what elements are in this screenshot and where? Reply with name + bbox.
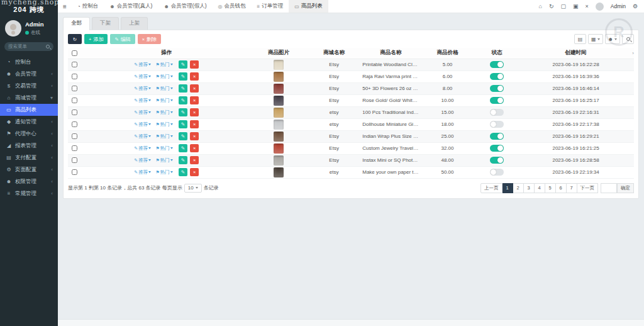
row-checkbox[interactable] [72, 110, 77, 115]
row-delete-button[interactable]: × [190, 108, 199, 116]
sidebar-item[interactable]: ☻ 权限管理 ‹ [0, 176, 58, 188]
status-toggle[interactable] [490, 121, 504, 128]
row-edit-button[interactable]: ✎ [179, 132, 187, 140]
status-toggle[interactable] [490, 85, 504, 92]
row-delete-button[interactable]: × [190, 72, 199, 81]
product-thumbnail[interactable] [274, 155, 284, 166]
row-delete-button[interactable]: × [190, 132, 199, 140]
page-jump-go-button[interactable]: 确定 [617, 183, 634, 193]
row-edit-button[interactable]: ✎ [179, 96, 187, 104]
avatar[interactable] [5, 20, 21, 37]
column-header-price[interactable]: 商品价格 [419, 48, 475, 59]
sidebar-item[interactable]: $ 交易管理 ‹ [0, 80, 58, 92]
status-toggle[interactable] [490, 157, 504, 164]
row-checkbox[interactable] [72, 169, 77, 175]
filter-tab[interactable]: 下架 [92, 17, 119, 30]
column-header-image[interactable]: 商品图片 [252, 48, 306, 59]
product-thumbnail[interactable] [274, 84, 284, 94]
sidebar-item[interactable]: ☻ 会员管理 ‹ [0, 68, 58, 80]
sidebar-item[interactable]: ◢ 报表管理 ‹ [0, 140, 58, 152]
row-edit-button[interactable]: ✎ [179, 144, 187, 152]
sidebar-item[interactable]: ⌂ 商城管理 ▾ [0, 92, 58, 104]
status-toggle[interactable] [490, 73, 504, 80]
search-toggle-button[interactable] [622, 34, 634, 44]
hot-link[interactable]: ⚑热门 [155, 133, 172, 139]
row-checkbox[interactable] [72, 74, 77, 79]
product-thumbnail[interactable] [274, 72, 284, 82]
page-button[interactable]: 7 [567, 183, 577, 193]
column-header-status[interactable]: 状态 [476, 48, 518, 59]
avatar[interactable] [596, 3, 604, 11]
column-header-shop[interactable]: 商城名称 [306, 48, 362, 59]
columns-button[interactable]: ▦ [588, 34, 603, 44]
row-checkbox[interactable] [72, 98, 77, 103]
recommend-link[interactable]: ✎推荐 [134, 157, 151, 163]
row-edit-button[interactable]: ✎ [179, 72, 187, 81]
refresh-button[interactable]: ↻ [68, 34, 82, 44]
product-thumbnail[interactable] [274, 108, 284, 118]
recommend-link[interactable]: ✎推荐 [134, 86, 151, 91]
row-edit-button[interactable]: ✎ [179, 156, 187, 164]
page-jump-input[interactable] [601, 183, 617, 193]
sidebar-search-input[interactable]: 搜索菜单 [4, 42, 53, 51]
row-delete-button[interactable]: × [190, 60, 199, 69]
hot-link[interactable]: ⚑热门 [155, 62, 172, 67]
sidebar-item[interactable]: ▤ 支付配置 ‹ [0, 152, 58, 164]
row-delete-button[interactable]: × [190, 120, 199, 128]
filter-tab[interactable]: 上架 [121, 17, 148, 30]
page-button[interactable]: 4 [535, 183, 545, 193]
row-checkbox[interactable] [72, 121, 77, 127]
topnav-icon[interactable]: ⌂ [539, 3, 542, 9]
filter-tab[interactable]: 全部 [63, 17, 90, 30]
status-toggle[interactable] [490, 133, 504, 140]
row-checkbox[interactable] [72, 145, 77, 151]
page-button[interactable]: 6 [556, 183, 567, 193]
row-checkbox[interactable] [72, 133, 77, 139]
product-thumbnail[interactable] [274, 132, 284, 142]
page-button[interactable]: 下一页 [577, 183, 599, 193]
row-delete-button[interactable]: × [190, 168, 199, 176]
recommend-link[interactable]: ✎推荐 [134, 74, 151, 79]
sidebar-item[interactable]: ⚑ 代理中心 ‹ [0, 128, 58, 140]
topnav-tab[interactable]: ☻ 会员管理(假人) [158, 0, 212, 13]
topnav-tab[interactable]: ≡ 订单管理 [252, 0, 289, 13]
hot-link[interactable]: ⚑热门 [155, 86, 172, 91]
row-delete-button[interactable]: × [190, 156, 199, 164]
column-header-operation[interactable]: 操作 [81, 48, 252, 59]
row-checkbox[interactable] [72, 86, 77, 91]
page-button[interactable]: 5 [545, 183, 556, 193]
status-toggle[interactable] [490, 109, 504, 116]
status-toggle[interactable] [490, 61, 504, 68]
topnav-icon[interactable]: ▢ [561, 3, 567, 9]
row-delete-button[interactable]: × [190, 84, 199, 93]
row-edit-button[interactable]: ✎ [179, 168, 187, 176]
hot-link[interactable]: ⚑热门 [155, 157, 172, 163]
topnav-tab[interactable]: ◔ 控制台 [72, 0, 104, 13]
recommend-link[interactable]: ✎推荐 [134, 169, 151, 175]
page-size-select[interactable]: 10 [184, 184, 202, 193]
list-view-button[interactable]: ▤ [574, 34, 586, 44]
product-thumbnail[interactable] [274, 120, 284, 130]
hot-link[interactable]: ⚑热门 [155, 110, 172, 115]
row-edit-button[interactable]: ✎ [179, 108, 187, 116]
row-edit-button[interactable]: ✎ [179, 84, 187, 93]
page-button[interactable]: 2 [513, 183, 524, 193]
topnav-tab[interactable]: ▭ 商品列表 [289, 0, 328, 13]
recommend-link[interactable]: ✎推荐 [134, 98, 151, 103]
page-button[interactable]: 上一页 [480, 183, 502, 193]
recommend-link[interactable]: ✎推荐 [134, 145, 151, 151]
page-button[interactable]: 1 [502, 183, 513, 193]
row-edit-button[interactable]: ✎ [179, 60, 187, 69]
column-header-time[interactable]: 创建时间› [518, 48, 634, 59]
hot-link[interactable]: ⚑热门 [155, 169, 172, 175]
gear-icon[interactable]: ⚙ [633, 3, 638, 9]
topnav-icon[interactable]: ↻ [549, 3, 554, 9]
status-toggle[interactable] [490, 97, 504, 104]
topnav-tab[interactable]: ◎ 会员钱包 [213, 0, 252, 13]
delete-button[interactable]: ×删除 [138, 34, 161, 44]
recommend-link[interactable]: ✎推荐 [134, 110, 151, 115]
topnav-icon[interactable]: × [586, 3, 589, 9]
hot-link[interactable]: ⚑热门 [155, 98, 172, 103]
add-button[interactable]: +添加 [84, 34, 108, 44]
product-thumbnail[interactable] [274, 167, 284, 177]
